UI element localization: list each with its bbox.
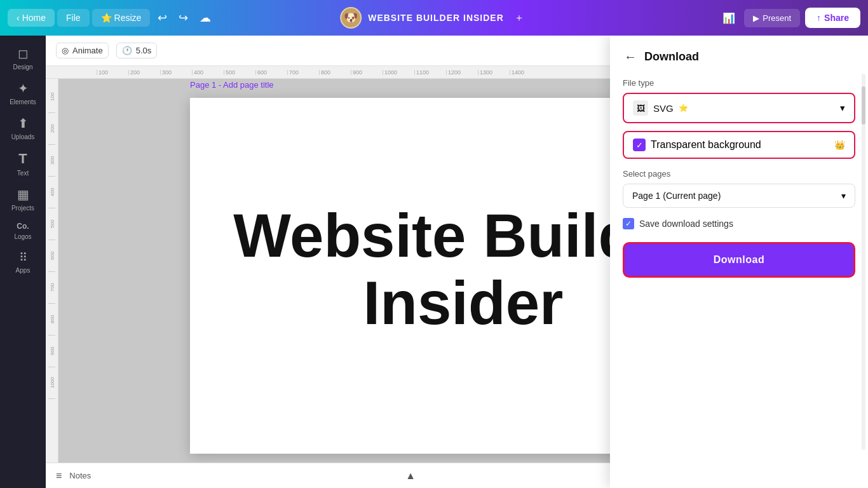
file-type-label: File type bbox=[623, 78, 855, 88]
save-settings-checkbox[interactable]: ✓ bbox=[623, 218, 634, 229]
pages-select[interactable]: Page 1 (Current page) ▾ bbox=[623, 184, 855, 208]
design-icon: ◻ bbox=[18, 46, 29, 61]
left-sidebar: ◻ Design ✦ Elements ⬆ Uploads T Text ▦ P… bbox=[0, 36, 46, 488]
ruler-mark: 800 bbox=[48, 304, 55, 336]
collapse-panel-button[interactable]: ▲ bbox=[403, 468, 418, 484]
uploads-icon: ⬆ bbox=[18, 116, 29, 131]
ruler-mark: 1300 bbox=[478, 70, 510, 75]
sidebar-item-apps[interactable]: ⠿ Apps bbox=[4, 245, 41, 278]
ruler-mark: 200 bbox=[128, 70, 160, 75]
select-pages-label: Select pages bbox=[623, 169, 855, 179]
crown-icon: 👑 bbox=[834, 140, 845, 150]
topbar-center: 🐶 WEBSITE BUILDER INSIDER ＋ bbox=[340, 7, 528, 29]
ruler-mark: 400 bbox=[192, 70, 224, 75]
chevron-left-icon: ‹ bbox=[17, 13, 20, 23]
ruler-mark: 700 bbox=[48, 272, 55, 304]
topbar-left: ‹ Home File ⭐ Resize ↩ ↪ ☁ bbox=[8, 8, 216, 27]
file-type-value: SVG bbox=[653, 103, 674, 114]
transparent-background-row[interactable]: ✓ Transparent background 👑 bbox=[623, 131, 855, 159]
clock-icon: 🕐 bbox=[122, 46, 132, 55]
ruler-vertical: 100 200 300 400 500 600 700 800 900 1000 bbox=[46, 79, 58, 463]
current-page-label: Page 1 (Current page) bbox=[632, 191, 721, 201]
avatar[interactable]: 🐶 bbox=[340, 7, 362, 29]
panel-title: Download bbox=[644, 50, 699, 64]
ruler-mark: 1200 bbox=[446, 70, 478, 75]
redo-button[interactable]: ↪ bbox=[173, 8, 193, 27]
ruler-mark: 200 bbox=[48, 113, 55, 145]
ruler-mark: 500 bbox=[224, 70, 255, 75]
share-icon: ↑ bbox=[817, 13, 821, 23]
play-icon: ▶ bbox=[753, 13, 759, 23]
ruler-mark: 100 bbox=[48, 81, 55, 113]
transparent-bg-checkbox[interactable]: ✓ bbox=[633, 139, 646, 151]
ruler-mark: 1000 bbox=[48, 367, 55, 399]
ruler-mark: 100 bbox=[97, 70, 128, 75]
page-title-bar: Page 1 - Add page title bbox=[190, 80, 274, 90]
ruler-marks-h: 100 200 300 400 500 600 700 800 900 1000… bbox=[97, 70, 541, 75]
sidebar-item-label: Text bbox=[17, 170, 29, 177]
canvas-area: ◎ Animate 🕐 5.0s 100 200 300 400 500 600… bbox=[46, 36, 868, 488]
ruler-mark: 900 bbox=[48, 336, 55, 367]
notes-label: Notes bbox=[69, 471, 91, 480]
file-button[interactable]: File bbox=[57, 9, 90, 27]
projects-icon: ▦ bbox=[17, 187, 29, 202]
sidebar-item-label: Uploads bbox=[11, 133, 35, 140]
undo-redo-group: ↩ ↪ ☁ bbox=[153, 8, 216, 27]
chevron-down-icon: ▾ bbox=[840, 102, 845, 114]
topbar-right: 📊 ▶ Present ↑ Share bbox=[719, 8, 860, 28]
transparent-bg-label: Transparent background bbox=[651, 139, 761, 151]
panel-back-button[interactable]: ← bbox=[623, 48, 638, 65]
panel-header: ← Download bbox=[623, 48, 855, 65]
star-icon: ⭐ bbox=[101, 13, 112, 23]
sidebar-item-design[interactable]: ◻ Design bbox=[4, 41, 41, 74]
sidebar-item-label: Apps bbox=[16, 267, 31, 274]
analytics-button[interactable]: 📊 bbox=[719, 8, 739, 28]
sidebar-item-elements[interactable]: ✦ Elements bbox=[4, 76, 41, 109]
panel-scrollbar-thumb bbox=[862, 86, 865, 125]
sidebar-item-logos[interactable]: Co. Logos bbox=[4, 217, 41, 244]
sidebar-item-text[interactable]: T Text bbox=[4, 146, 41, 180]
animate-button[interactable]: ◎ Animate bbox=[56, 43, 109, 58]
save-settings-row: ✓ Save download settings bbox=[623, 218, 855, 229]
ruler-mark: 600 bbox=[255, 70, 287, 75]
sidebar-item-label: Elements bbox=[10, 98, 36, 105]
ruler-mark: 400 bbox=[48, 177, 55, 208]
ruler-mark: 300 bbox=[160, 70, 192, 75]
resize-button[interactable]: ⭐ Resize bbox=[92, 9, 151, 27]
sidebar-item-label: Logos bbox=[14, 233, 31, 240]
elements-icon: ✦ bbox=[18, 81, 29, 96]
project-title: WEBSITE BUILDER INSIDER bbox=[368, 13, 504, 23]
file-type-select[interactable]: 🖼 SVG ⭐ ▾ bbox=[623, 93, 855, 123]
sidebar-item-projects[interactable]: ▦ Projects bbox=[4, 182, 41, 215]
panel-scrollbar[interactable] bbox=[862, 74, 865, 450]
bottom-center: ▲ bbox=[403, 468, 418, 484]
download-button[interactable]: Download bbox=[623, 242, 855, 278]
cloud-save-button[interactable]: ☁ bbox=[194, 8, 216, 27]
share-button[interactable]: ↑ Share bbox=[805, 8, 860, 28]
ruler-mark: 800 bbox=[319, 70, 351, 75]
ruler-mark: 1400 bbox=[510, 70, 541, 75]
sidebar-item-uploads[interactable]: ⬆ Uploads bbox=[4, 111, 41, 144]
ruler-mark: 1100 bbox=[414, 70, 446, 75]
download-panel: ← Download File type 🖼 SVG ⭐ ▾ ✓ Transpa… bbox=[610, 36, 868, 488]
crown-badge: ⭐ bbox=[679, 104, 688, 112]
present-button[interactable]: ▶ Present bbox=[744, 9, 800, 27]
text-icon: T bbox=[18, 151, 27, 167]
apps-icon: ⠿ bbox=[19, 250, 27, 264]
ruler-marks-v: 100 200 300 400 500 600 700 800 900 1000 bbox=[48, 79, 55, 399]
ruler-mark: 700 bbox=[287, 70, 319, 75]
ruler-mark: 500 bbox=[48, 208, 55, 240]
timer-button[interactable]: 🕐 5.0s bbox=[116, 43, 158, 58]
transparent-bg-left: ✓ Transparent background bbox=[633, 139, 761, 151]
home-button[interactable]: ‹ Home bbox=[8, 9, 55, 27]
topbar: ‹ Home File ⭐ Resize ↩ ↪ ☁ 🐶 WEBSITE BUI… bbox=[0, 0, 868, 36]
add-collaborator-button[interactable]: ＋ bbox=[510, 8, 528, 29]
chevron-down-icon: ▾ bbox=[841, 191, 846, 201]
collapse-button[interactable]: ≡ bbox=[53, 468, 64, 484]
logos-icon: Co. bbox=[17, 222, 29, 231]
save-settings-label: Save download settings bbox=[639, 219, 733, 229]
ruler-mark: 600 bbox=[48, 240, 55, 272]
file-type-icon: 🖼 bbox=[633, 100, 648, 116]
ruler-mark: 900 bbox=[351, 70, 383, 75]
undo-button[interactable]: ↩ bbox=[153, 8, 172, 27]
